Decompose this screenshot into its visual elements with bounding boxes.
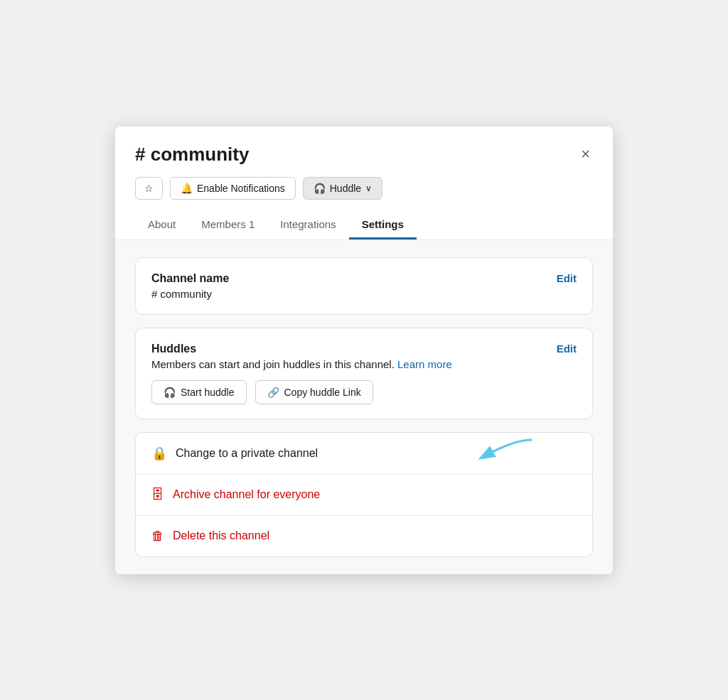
huddle-action-buttons: 🎧 Start huddle 🔗 Copy huddle Link — [151, 380, 577, 404]
huddle-button[interactable]: 🎧 Huddle ∨ — [303, 177, 382, 200]
star-button[interactable]: ☆ — [135, 177, 163, 200]
tabs-row: About Members 1 Integrations Settings — [135, 211, 593, 239]
title-row: # community × — [135, 144, 593, 166]
archive-channel-label: Archive channel for everyone — [173, 488, 320, 501]
enable-notifications-label: Enable Notifications — [197, 183, 285, 194]
huddles-card-title: Huddles — [151, 343, 196, 355]
huddle-description-text: Members can start and join huddles in th… — [151, 358, 395, 370]
copy-huddle-link-button[interactable]: 🔗 Copy huddle Link — [255, 380, 373, 404]
tab-settings[interactable]: Settings — [349, 211, 417, 239]
delete-channel-row[interactable]: 🗑 Delete this channel — [136, 516, 592, 556]
tab-members[interactable]: Members 1 — [188, 211, 267, 239]
channel-settings-modal: # community × ☆ 🔔 Enable Notifications 🎧… — [115, 126, 613, 574]
tab-about[interactable]: About — [135, 211, 188, 239]
close-button[interactable]: × — [578, 144, 593, 165]
channel-name-card: Channel name # community Edit — [135, 257, 593, 315]
modal-body: Channel name # community Edit Huddles Ed… — [115, 240, 613, 574]
hash-symbol: # — [135, 144, 151, 165]
channel-name-card-title: Channel name — [151, 272, 229, 285]
copy-huddle-link-label: Copy huddle Link — [284, 387, 361, 398]
channel-name-text: community — [151, 144, 250, 165]
archive-icon: 🗄 — [151, 488, 164, 502]
modal-header: # community × ☆ 🔔 Enable Notifications 🎧… — [115, 126, 613, 240]
channel-title: # community — [135, 144, 249, 166]
start-huddle-icon: 🎧 — [164, 387, 176, 398]
star-icon: ☆ — [144, 183, 154, 194]
bell-icon: 🔔 — [181, 183, 193, 194]
delete-icon: 🗑 — [151, 529, 164, 544]
change-to-private-row[interactable]: 🔒 Change to a private channel — [136, 433, 592, 475]
lock-icon: 🔒 — [151, 446, 167, 461]
action-buttons-row: ☆ 🔔 Enable Notifications 🎧 Huddle ∨ — [135, 177, 593, 200]
learn-more-link[interactable]: Learn more — [397, 358, 452, 370]
copy-link-icon: 🔗 — [267, 387, 279, 398]
danger-section-card: 🔒 Change to a private channel 🗄 — [135, 432, 593, 557]
channel-name-edit-button[interactable]: Edit — [557, 272, 577, 284]
channel-name-info: Channel name # community — [151, 272, 229, 300]
channel-name-card-value: # community — [151, 288, 229, 300]
chevron-down-icon: ∨ — [365, 183, 372, 193]
huddle-label: Huddle — [330, 183, 361, 194]
huddles-header-row: Huddles Edit — [151, 343, 577, 358]
enable-notifications-button[interactable]: 🔔 Enable Notifications — [170, 177, 296, 200]
arrow-annotation — [471, 434, 535, 473]
huddle-icon: 🎧 — [314, 183, 326, 194]
archive-channel-row[interactable]: 🗄 Archive channel for everyone — [136, 475, 592, 516]
huddles-edit-button[interactable]: Edit — [557, 343, 577, 355]
tab-integrations[interactable]: Integrations — [267, 211, 348, 239]
change-to-private-label: Change to a private channel — [176, 447, 318, 460]
delete-channel-label: Delete this channel — [173, 529, 269, 542]
start-huddle-label: Start huddle — [181, 387, 235, 398]
huddle-description: Members can start and join huddles in th… — [151, 358, 577, 370]
channel-name-header-row: Channel name # community Edit — [151, 272, 577, 300]
huddles-card: Huddles Edit Members can start and join … — [135, 328, 593, 419]
start-huddle-button[interactable]: 🎧 Start huddle — [151, 380, 247, 404]
